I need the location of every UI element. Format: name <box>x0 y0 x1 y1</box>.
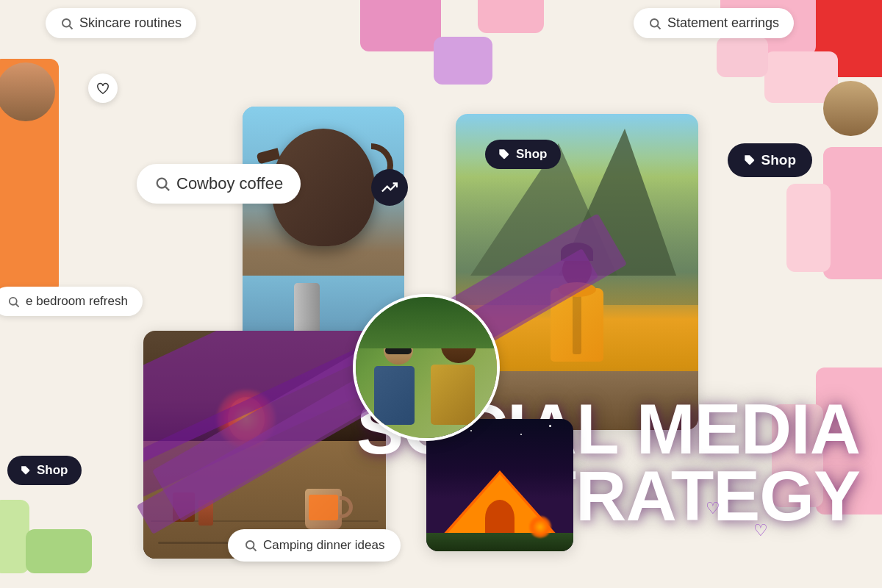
small-heart-2: ♡ <box>753 521 768 540</box>
svg-line-1 <box>69 26 72 29</box>
tag-icon-top-right <box>744 154 756 166</box>
pink-bg-block-1 <box>360 0 441 51</box>
shop-badge-top-right[interactable]: Shop <box>728 143 813 177</box>
search-icon-bedroom <box>7 295 20 308</box>
svg-line-10 <box>253 548 256 551</box>
svg-line-8 <box>16 304 19 306</box>
shop-label-bottom: Shop <box>37 463 68 478</box>
shop-badge-hiker[interactable]: Shop <box>485 140 561 169</box>
pink-right-block-2 <box>786 184 831 272</box>
pink-right-block-1 <box>823 147 882 279</box>
search-pill-bedroom[interactable]: e bedroom refresh <box>0 287 143 316</box>
search-pill-cowboy[interactable]: Cowboy coffee <box>137 164 301 204</box>
tag-icon-hiker <box>498 148 510 160</box>
search-pill-skincare[interactable]: Skincare routines <box>46 8 196 38</box>
small-heart-1: ♡ <box>706 499 720 518</box>
heart-button[interactable] <box>88 74 118 103</box>
shop-badge-bottom-left[interactable]: Shop <box>7 456 82 485</box>
purple-bg-block-1 <box>434 37 492 85</box>
pink-bg-block-2 <box>478 0 544 33</box>
search-pill-statement[interactable]: Statement earrings <box>634 8 794 38</box>
search-icon-cowboy <box>154 176 171 192</box>
shop-label-hiker: Shop <box>516 147 548 162</box>
tag-icon-bottom-left <box>21 465 31 476</box>
trending-icon <box>381 179 398 196</box>
svg-point-9 <box>246 541 254 549</box>
pink-bg-block-5 <box>717 37 768 77</box>
green-bg-block-2 <box>26 529 92 573</box>
search-pill-camping[interactable]: Camping dinner ideas <box>228 529 401 562</box>
svg-point-2 <box>650 19 659 27</box>
trending-badge <box>371 169 408 206</box>
statement-label: Statement earrings <box>667 15 779 31</box>
bedroom-label: e bedroom refresh <box>26 294 128 309</box>
search-icon-camping <box>244 539 257 552</box>
svg-point-4 <box>157 179 167 188</box>
avatar-right <box>823 81 878 136</box>
search-icon-statement <box>648 17 662 30</box>
couple-circle-image <box>353 294 500 441</box>
skincare-label: Skincare routines <box>79 15 182 31</box>
svg-point-7 <box>10 297 17 304</box>
svg-line-5 <box>165 187 169 190</box>
green-bg-block-1 <box>0 500 29 573</box>
camping-label: Camping dinner ideas <box>263 538 384 553</box>
cowboy-label: Cowboy coffee <box>176 174 283 193</box>
search-icon-skincare <box>60 17 74 30</box>
camping-image-card <box>426 419 573 551</box>
svg-line-3 <box>657 26 660 29</box>
svg-point-0 <box>62 19 71 27</box>
shop-label-top-right: Shop <box>761 152 797 168</box>
